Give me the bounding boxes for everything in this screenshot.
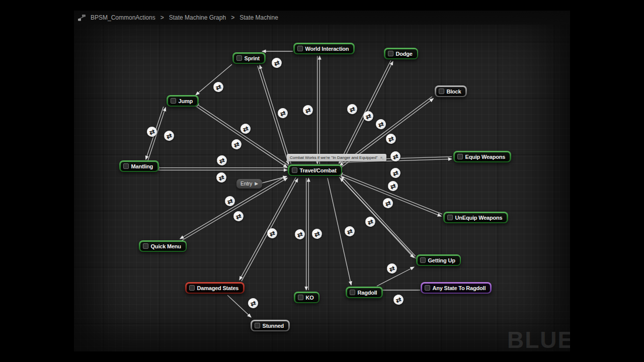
state-icon [425,285,430,291]
state-icon [292,167,297,173]
graph-viewport[interactable]: BPSM_CommonActions>State Machine Graph>S… [74,11,570,351]
transition-wire[interactable] [155,168,287,170]
travel-combat-comment-bubble[interactable]: Combat Works if we're "In Danger and Equ… [287,154,386,161]
state-icon [298,295,303,300]
comment-bubble-icon: ≡ˍ [380,156,383,159]
state-node-label: UnEquip Weapons [455,215,503,221]
state-node-label: Any State To Ragdoll [433,285,486,291]
state-node-label: Block [447,88,461,95]
state-icon [143,243,148,249]
state-node-label: Mantling [131,163,153,169]
state-node-label: Travel/Combat [300,167,337,173]
transition-wires-layer [74,11,570,351]
screenshot-stage: BPSM_CommonActions>State Machine Graph>S… [0,0,644,362]
state-node-equip-weapons[interactable]: Equip Weapons [453,151,511,162]
transition-wire[interactable] [227,295,251,317]
state-node-getting-up[interactable]: Getting Up [416,254,461,266]
state-node-label: Sprint [245,55,260,61]
state-machine-graph-icon [77,14,86,22]
graph-breadcrumb-bar: BPSM_CommonActions>State Machine Graph>S… [74,11,570,25]
state-node-label: Dodge [396,51,413,57]
breadcrumb-separator: > [160,14,164,21]
state-icon [350,290,355,295]
state-node-world-interaction[interactable]: World Interaction [293,43,355,54]
state-node-ragdoll[interactable]: Ragdoll [346,287,383,298]
state-node-mantling[interactable]: Mantling [119,160,159,172]
breadcrumb-item-1[interactable]: State Machine Graph [169,14,226,21]
state-icon [420,257,426,263]
state-icon [255,323,260,328]
state-node-label: Quick Menu [151,243,181,249]
state-node-label: Ragdoll [358,290,377,296]
state-icon [189,285,195,291]
state-node-label: Damaged States [197,285,239,291]
state-node-ko[interactable]: KO [294,292,319,303]
state-node-damaged-states[interactable]: Damaged States [185,282,245,294]
comment-text: Combat Works if we're "In Danger and Equ… [290,155,378,160]
state-node-travel-combat[interactable]: Travel/Combat [288,164,342,176]
transition-wire[interactable] [338,173,442,216]
state-node-any-state-to-ragdoll[interactable]: Any State To Ragdoll [421,282,492,294]
state-node-label: Getting Up [428,257,455,263]
transition-wire[interactable] [317,56,320,164]
transition-wire[interactable] [196,64,232,95]
transition-wire[interactable] [194,103,289,167]
state-icon [439,88,444,94]
entry-play-icon: ▶ [255,182,258,186]
state-icon [123,163,129,169]
state-icon [447,215,453,220]
breadcrumb-item-2[interactable]: State Machine [239,14,278,21]
state-node-sprint[interactable]: Sprint [232,52,266,64]
state-node-dodge[interactable]: Dodge [384,48,418,59]
state-node-label: KO [306,295,314,301]
state-node-label: Equip Weapons [465,154,506,160]
state-node-label: Stunned [263,323,284,329]
state-node-label: World Interaction [305,46,349,52]
breadcrumb-separator: > [231,14,234,21]
state-node-jump[interactable]: Jump [167,95,199,107]
state-icon [297,46,303,51]
transition-wire[interactable] [340,178,416,258]
state-icon [457,154,463,159]
state-node-stunned[interactable]: Stunned [251,320,290,331]
transition-wire[interactable] [258,176,287,184]
state-node-quick-menu[interactable]: Quick Menu [139,240,187,252]
entry-label: Entry [240,181,252,187]
state-icon [171,98,176,104]
state-icon [388,51,393,56]
entry-node[interactable]: Entry ▶ [236,179,262,189]
transition-wire[interactable] [306,178,309,290]
state-node-label: Jump [179,98,193,104]
state-node-block[interactable]: Block [435,85,467,97]
breadcrumb: BPSM_CommonActions>State Machine Graph>S… [91,14,278,21]
state-node-unequip-weapons[interactable]: UnEquip Weapons [443,212,508,223]
breadcrumb-item-0[interactable]: BPSM_CommonActions [91,14,155,21]
state-icon [236,55,242,61]
